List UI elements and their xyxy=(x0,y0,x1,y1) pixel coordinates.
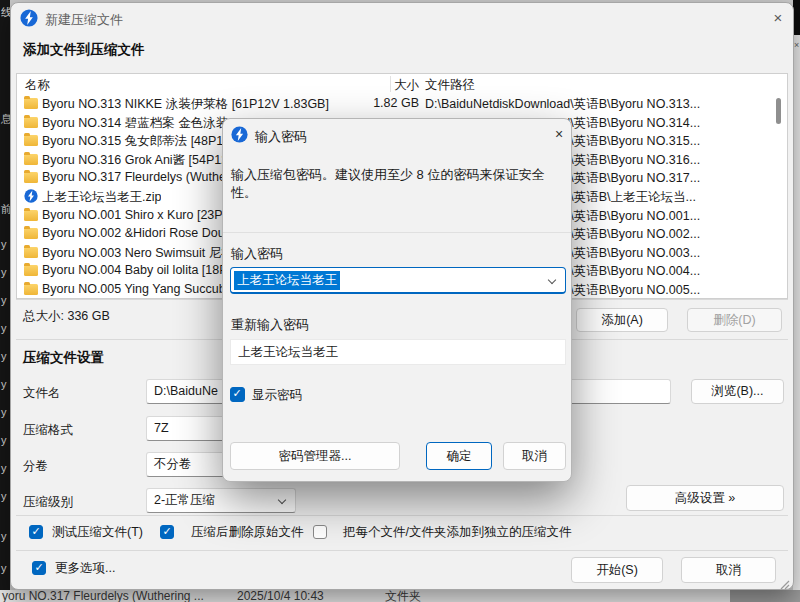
password-label: 输入密码 xyxy=(231,245,283,263)
folder-icon xyxy=(24,152,38,166)
confirm-password-value: 上老王论坛当老王 xyxy=(238,345,338,359)
folder-icon xyxy=(24,263,38,277)
folder-icon xyxy=(24,133,38,147)
divider xyxy=(16,515,788,516)
volume-label: 分卷 xyxy=(23,458,48,475)
format-label: 压缩格式 xyxy=(23,422,73,439)
background-text-fragment: y xyxy=(1,322,7,334)
file-name: Byoru NO.314 碧蓝档案 金色泳装 xyxy=(42,115,228,132)
background-file-type: 文件夹 xyxy=(385,590,421,602)
password-combobox[interactable]: 上老王论坛当老王 xyxy=(230,267,566,294)
column-header-size[interactable]: 大小 xyxy=(347,77,419,94)
table-row[interactable]: Byoru NO.313 NIKKE 泳装伊莱格 [61P12V 1.83GB]… xyxy=(17,94,787,113)
background-dark-strip xyxy=(793,0,800,35)
password-value-selected: 上老王论坛当老王 xyxy=(234,271,340,290)
chevron-down-icon[interactable] xyxy=(548,276,556,284)
file-name: Byoru NO.001 Shiro x Kuro [23P1 xyxy=(42,208,230,222)
background-window-right-edge: × xyxy=(793,0,800,590)
background-text-fragment: 线 xyxy=(1,5,10,20)
title-bar[interactable]: 新建压缩文件 × xyxy=(11,3,793,33)
file-name: Byoru NO.316 Grok Ani酱 [54P12 xyxy=(42,152,228,169)
scrollbar[interactable] xyxy=(773,95,785,299)
file-name: Byoru NO.315 兔女郎蒂法 [48P12 xyxy=(42,133,230,150)
background-text-fragment: y xyxy=(1,350,7,362)
add-button[interactable]: 添加(A) xyxy=(576,308,668,332)
folder-icon xyxy=(24,96,38,110)
test-archive-label: 测试压缩文件(T) xyxy=(52,524,143,541)
file-name: Byoru NO.004 Baby oil lolita [18P xyxy=(42,263,228,277)
resize-grip-icon[interactable] xyxy=(780,576,790,586)
background-close-icon: × xyxy=(794,40,799,50)
folder-icon xyxy=(24,245,38,259)
divider xyxy=(223,232,571,233)
divider xyxy=(16,550,788,551)
advanced-settings-button[interactable]: 高级设置 » xyxy=(626,485,784,511)
chevron-down-icon xyxy=(278,496,286,504)
section-title-add-files: 添加文件到压缩文件 xyxy=(23,41,145,59)
delete-after-checkbox[interactable] xyxy=(160,525,174,539)
file-name: Byoru NO.005 Ying Yang Succub xyxy=(42,282,226,296)
background-text-fragment: 前 xyxy=(1,202,10,217)
background-text-fragment: y xyxy=(1,530,7,542)
separate-archives-checkbox[interactable] xyxy=(313,525,327,539)
scrollbar-thumb[interactable] xyxy=(776,98,781,124)
zip-file-icon xyxy=(24,189,38,203)
section-title-settings: 压缩文件设置 xyxy=(23,349,104,367)
dialog-title: 输入密码 xyxy=(255,128,307,146)
folder-icon xyxy=(24,226,38,240)
filename-value: D:\BaiduNe xyxy=(154,384,218,398)
background-text-fragment: y xyxy=(1,378,7,390)
total-size-label: 总大小: 336 GB xyxy=(23,308,110,325)
folder-icon xyxy=(24,115,38,129)
password-manager-button[interactable]: 密码管理器... xyxy=(230,442,400,470)
dialog-cancel-button[interactable]: 取消 xyxy=(503,442,566,470)
level-label: 压缩级别 xyxy=(23,494,73,511)
delete-after-label: 压缩后删除原始文件 xyxy=(191,524,304,541)
delete-button[interactable]: 删除(D) xyxy=(687,308,782,332)
confirm-password-label: 重新输入密码 xyxy=(231,316,309,334)
column-header-name[interactable]: 名称 xyxy=(25,77,50,94)
browse-button[interactable]: 浏览(B)... xyxy=(691,379,784,404)
cancel-button[interactable]: 取消 xyxy=(681,557,776,583)
confirm-password-input[interactable]: 上老王论坛当老王 xyxy=(230,339,566,365)
folder-icon xyxy=(24,170,38,184)
background-text-fragment: 息 xyxy=(1,112,10,127)
background-window-left-edge: 线息前yyyyyyyyyyyy xyxy=(0,0,10,590)
background-shade xyxy=(730,590,800,602)
show-password-checkbox[interactable] xyxy=(230,387,245,402)
file-name: 上老王论坛当老王.zip xyxy=(42,189,161,206)
more-options-checkbox[interactable] xyxy=(32,561,46,575)
dialog-app-icon xyxy=(231,126,248,143)
file-name: Byoru NO.313 NIKKE 泳装伊莱格 [61P12V 1.83GB] xyxy=(42,96,329,113)
background-text-fragment: y xyxy=(1,238,7,250)
ok-button[interactable]: 确定 xyxy=(426,442,492,470)
file-name: Byoru NO.317 Fleurdelys (Wuthe xyxy=(42,170,226,184)
file-size: 1.82 GB xyxy=(317,96,419,110)
show-password-label: 显示密码 xyxy=(252,387,302,404)
background-text-fragment: y xyxy=(1,434,7,446)
filename-label: 文件名 xyxy=(23,385,61,402)
background-file-date: 2025/10/4 10:43 xyxy=(237,590,324,602)
separate-archives-label: 把每个文件/文件夹添加到独立的压缩文件 xyxy=(343,524,571,541)
list-header[interactable]: 名称 大小 文件路径 xyxy=(17,74,787,94)
dialog-subtitle: 输入压缩包密码。建议使用至少 8 位的密码来保证安全性。 xyxy=(231,166,569,202)
background-text-fragment: y xyxy=(1,562,7,574)
background-text-fragment: y xyxy=(1,462,7,474)
test-archive-checkbox[interactable] xyxy=(29,525,43,539)
file-path: D:\BaiduNetdiskDownload\英语B\Byoru NO.313… xyxy=(425,96,777,113)
background-file-name: yoru NO.317 Fleurdelys (Wuthering ... xyxy=(2,590,204,602)
column-header-path[interactable]: 文件路径 xyxy=(425,77,475,94)
window-title: 新建压缩文件 xyxy=(45,11,123,29)
level-select[interactable]: 2-正常压缩 xyxy=(146,488,296,513)
dialog-close-icon[interactable]: × xyxy=(549,124,569,144)
file-name: Byoru NO.002 &Hidori Rose Dou xyxy=(42,226,225,240)
close-icon[interactable]: × xyxy=(767,8,789,28)
background-text-fragment: y xyxy=(1,294,7,306)
background-text-fragment: y xyxy=(1,406,7,418)
start-button[interactable]: 开始(S) xyxy=(571,557,663,583)
folder-icon xyxy=(24,282,38,296)
more-options-label: 更多选项... xyxy=(55,560,115,577)
level-value: 2-正常压缩 xyxy=(154,493,215,507)
background-file-row: yoru NO.317 Fleurdelys (Wuthering ... 20… xyxy=(0,590,800,602)
background-text-fragment: y xyxy=(1,266,7,278)
